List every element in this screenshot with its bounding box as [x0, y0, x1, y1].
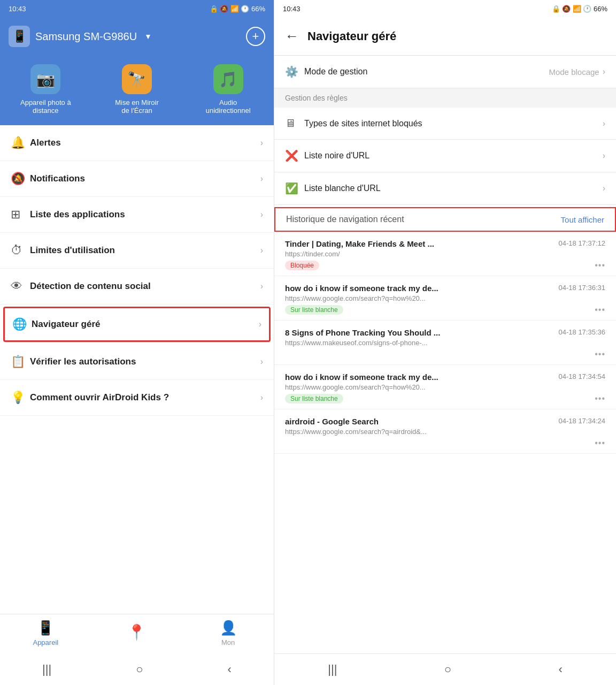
settings-row-mode-gestion[interactable]: ⚙️ Mode de gestion Mode blocage › — [274, 56, 616, 88]
history-item-tinder[interactable]: Tinder | Dating, Make Friends & Meet ...… — [274, 232, 616, 276]
shortcuts-bar: 📷 Appareil photo àdistance 🔭 Mise en Mir… — [0, 56, 274, 125]
history-item-tinder-time: 04-18 17:37:12 — [559, 239, 605, 247]
verifier-arrow: › — [260, 357, 263, 367]
detection-label: Détection de contenu social — [30, 281, 260, 292]
sys-nav-back-left[interactable]: ‹ — [217, 660, 242, 679]
verifier-label: Vérifier les autorisations — [30, 356, 260, 367]
menu-list: 🔔 Alertes › 🔕 Notifications › ⊞ Liste de… — [0, 125, 274, 614]
sys-nav-back-right[interactable]: ‹ — [548, 660, 573, 679]
menu-item-alertes[interactable]: 🔔 Alertes › — [0, 125, 274, 161]
menu-item-verifier[interactable]: 📋 Vérifier les autorisations › — [0, 344, 274, 380]
limites-arrow: › — [260, 246, 263, 255]
page-title: Navigateur géré — [307, 29, 396, 43]
history-item-airdroid-time: 04-18 17:34:24 — [559, 417, 605, 425]
types-sites-label: Types de sites internet bloqués — [304, 119, 603, 128]
alertes-arrow: › — [260, 138, 263, 148]
status-icons-left: 🔒 🔕 📶 🕐 66% — [210, 5, 265, 13]
alertes-icon: 🔔 — [11, 136, 30, 150]
right-panel: 10:43 🔒 🔕 📶 🕐 66% ← Navigateur géré ⚙️ M… — [274, 0, 616, 685]
history-item-tinder-title: Tinder | Dating, Make Friends & Meet ... — [285, 239, 553, 248]
menu-item-limites[interactable]: ⏱ Limites d'utilisation › — [0, 233, 274, 269]
add-device-button[interactable]: + — [246, 27, 265, 46]
nav-appareil-label: Appareil — [33, 638, 58, 646]
mode-gestion-value: Mode blocage — [549, 67, 599, 77]
navigateur-arrow: › — [259, 319, 261, 329]
status-bar-left: 10:43 🔒 🔕 📶 🕐 66% — [0, 0, 274, 17]
shortcut-audio-label: Audiounidirectionnel — [206, 98, 251, 115]
notifications-icon: 🔕 — [11, 172, 30, 186]
nav-location[interactable]: 📍 — [116, 623, 158, 643]
history-item-gtrack1-title: how do i know if someone track my de... — [285, 284, 553, 293]
status-bar-right: 10:43 🔒 🔕 📶 🕐 66% — [274, 0, 616, 17]
history-item-gtrack2-time: 04-18 17:34:54 — [559, 372, 605, 380]
liste-apps-label: Liste des applications — [30, 209, 260, 220]
nav-mon[interactable]: 👤 Mon — [207, 620, 250, 646]
detection-arrow: › — [260, 281, 263, 291]
sys-nav-menu-left[interactable]: ||| — [32, 660, 62, 679]
liste-blanche-arrow: › — [603, 184, 605, 193]
left-panel: 10:43 🔒 🔕 📶 🕐 66% 📱 Samsung SM-G986U ▼ +… — [0, 0, 274, 685]
bottom-nav-left: 📱 Appareil 📍 👤 Mon — [0, 614, 274, 654]
makeuseof-more-button[interactable]: ••• — [595, 349, 605, 359]
liste-noire-label: Liste noire d'URL — [304, 151, 603, 161]
mode-gestion-label: Mode de gestion — [304, 67, 549, 77]
sys-nav-home-right[interactable]: ○ — [434, 660, 462, 679]
notifications-label: Notifications — [30, 173, 260, 184]
header-right: ← Navigateur géré — [274, 17, 616, 56]
show-all-button[interactable]: Tout afficher — [561, 215, 604, 224]
header-left: 📱 Samsung SM-G986U ▼ + — [0, 17, 274, 56]
history-item-gtrack1-url: https://www.google.com/search?q=how%20..… — [285, 294, 605, 302]
notifications-arrow: › — [260, 174, 263, 184]
history-item-makeuseof[interactable]: 8 Signs of Phone Tracking You Should ...… — [274, 321, 616, 365]
comment-arrow: › — [260, 393, 263, 402]
history-item-google-track2[interactable]: how do i know if someone track my de... … — [274, 365, 616, 409]
settings-row-types-sites[interactable]: 🖥 Types de sites internet bloqués › — [274, 108, 616, 140]
shortcut-mirror[interactable]: 🔭 Mise en Miroirde l'Écran — [105, 64, 169, 115]
history-header: Historique de navigation récent Tout aff… — [274, 207, 616, 232]
system-nav-left: ||| ○ ‹ — [0, 654, 274, 685]
menu-item-navigateur[interactable]: 🌐 Navigateur géré › — [3, 307, 271, 342]
sys-nav-home-left[interactable]: ○ — [125, 660, 153, 679]
navigateur-icon: 🌐 — [12, 317, 32, 331]
menu-item-liste-apps[interactable]: ⊞ Liste des applications › — [0, 197, 274, 233]
history-item-airdroid[interactable]: airdroid - Google Search 04-18 17:34:24 … — [274, 409, 616, 454]
shortcut-camera-label: Appareil photo àdistance — [20, 98, 71, 115]
liste-noire-icon: ❌ — [285, 149, 304, 162]
sys-nav-menu-right[interactable]: ||| — [317, 660, 348, 679]
history-item-airdroid-url: https://www.google.com/search?q=airdroid… — [285, 428, 605, 436]
mode-gestion-icon: ⚙️ — [285, 65, 304, 78]
shortcut-mirror-label: Mise en Miroirde l'Écran — [115, 98, 159, 115]
back-button[interactable]: ← — [285, 28, 299, 44]
alertes-label: Alertes — [30, 138, 260, 148]
device-name[interactable]: Samsung SM-G986U — [35, 31, 137, 43]
detection-icon: 👁 — [11, 279, 30, 293]
history-item-gtrack2-url: https://www.google.com/search?q=how%20..… — [285, 383, 605, 391]
airdroid-more-button[interactable]: ••• — [595, 438, 605, 448]
menu-item-comment[interactable]: 💡 Comment ouvrir AirDroid Kids ? › — [0, 380, 274, 416]
history-item-makeuseof-url: https://www.makeuseof.com/signs-of-phone… — [285, 339, 605, 347]
nav-phone-icon: 📱 — [37, 620, 54, 636]
shortcut-audio[interactable]: 🎵 Audiounidirectionnel — [196, 64, 260, 115]
gtrack2-more-button[interactable]: ••• — [595, 394, 605, 404]
menu-item-detection[interactable]: 👁 Détection de contenu social › — [0, 269, 274, 305]
tinder-tag: Bloquée — [285, 261, 319, 270]
header-title-group: 📱 Samsung SM-G986U ▼ — [9, 26, 152, 47]
nav-mon-label: Mon — [221, 638, 235, 646]
history-item-airdroid-title: airdroid - Google Search — [285, 417, 553, 426]
limites-icon: ⏱ — [11, 243, 30, 257]
menu-item-notifications[interactable]: 🔕 Notifications › — [0, 161, 274, 197]
shortcut-camera[interactable]: 📷 Appareil photo àdistance — [13, 64, 78, 115]
history-item-google-track1[interactable]: how do i know if someone track my de... … — [274, 276, 616, 321]
tinder-more-button[interactable]: ••• — [595, 261, 605, 270]
audio-icon: 🎵 — [213, 64, 243, 94]
dropdown-arrow-icon: ▼ — [144, 32, 152, 41]
settings-row-liste-noire[interactable]: ❌ Liste noire d'URL › — [274, 140, 616, 172]
history-item-makeuseof-title: 8 Signs of Phone Tracking You Should ... — [285, 328, 553, 337]
status-icons-right: 🔒 🔕 📶 🕐 66% — [552, 5, 607, 13]
settings-row-liste-blanche[interactable]: ✅ Liste blanche d'URL › — [274, 172, 616, 205]
gtrack1-more-button[interactable]: ••• — [595, 305, 605, 315]
nav-appareil[interactable]: 📱 Appareil — [24, 620, 67, 646]
device-icon: 📱 — [9, 26, 30, 47]
liste-apps-icon: ⊞ — [11, 208, 30, 222]
liste-blanche-icon: ✅ — [285, 182, 304, 195]
